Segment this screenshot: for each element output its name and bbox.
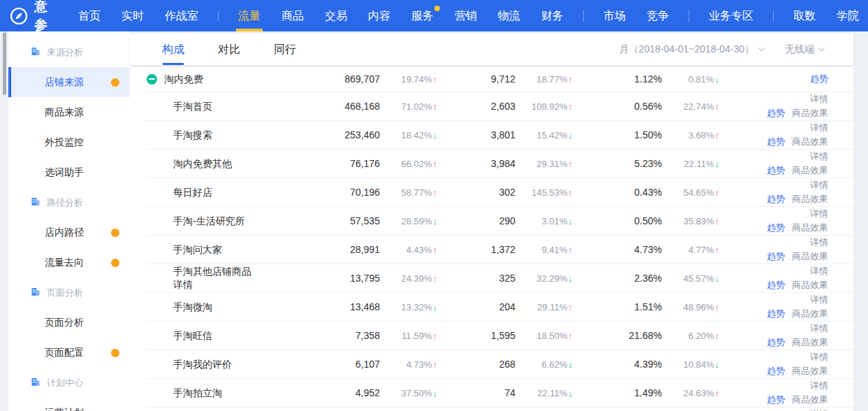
conversion-rate-value: 1.51% xyxy=(573,301,662,312)
trend-link[interactable]: 趋势 xyxy=(767,192,785,206)
sidebar-item-店铺来源[interactable]: 店铺来源 xyxy=(8,67,130,97)
table-row: 手淘其他店铺商品 详情13,79524.39%↑32532.29%↓2.36%4… xyxy=(147,264,853,293)
detail-link[interactable]: 详情 xyxy=(810,178,828,192)
sidebar-scrollbar-thumb[interactable] xyxy=(3,32,6,95)
sidebar-item-页面配置[interactable]: 页面配置 xyxy=(8,338,130,368)
trend-link[interactable]: 趋势 xyxy=(767,364,785,378)
sidebar-item-商品来源[interactable]: 商品来源 xyxy=(8,97,130,127)
brand-title[interactable]: 生意参谋 xyxy=(34,0,48,52)
trend-link[interactable]: 趋势 xyxy=(767,106,785,120)
product-effect-link[interactable]: 商品效果 xyxy=(792,192,828,206)
product-effect-link[interactable]: 商品效果 xyxy=(792,336,828,349)
product-effect-link[interactable]: 商品效果 xyxy=(792,135,828,149)
change-value: 22.11% xyxy=(537,388,567,398)
product-effect-link[interactable]: 商品效果 xyxy=(792,278,828,292)
buyers-change: 145.53%↑ xyxy=(515,187,573,198)
buyers-value: 268 xyxy=(437,359,515,370)
actions-line2: 趋势商品效果 xyxy=(767,192,828,206)
table-row: 手淘微淘13,46813.32%↓20429.11%↑1.51%48.96%↑详… xyxy=(147,293,853,322)
buyers-change: 29.31%↑ xyxy=(515,159,573,169)
sidebar-item-流量去向[interactable]: 流量去向 xyxy=(8,247,130,277)
detail-link[interactable]: 详情 xyxy=(810,236,828,250)
sidebar-item-页面分析[interactable]: 页面分析 xyxy=(8,308,130,338)
trend-link[interactable]: 趋势 xyxy=(767,278,785,292)
trend-link[interactable]: 趋势 xyxy=(810,72,828,86)
trend-link[interactable]: 趋势 xyxy=(767,250,785,264)
detail-link[interactable]: 详情 xyxy=(810,322,828,336)
conversion-rate-change: 4.77%↑ xyxy=(662,245,719,255)
row-name-label: 手淘我的评价 xyxy=(173,358,232,371)
detail-link[interactable]: 详情 xyxy=(810,207,828,221)
nav-item-财务[interactable]: 财务 xyxy=(531,0,574,31)
trend-link[interactable]: 趋势 xyxy=(767,164,785,178)
detail-link[interactable]: 详情 xyxy=(810,293,828,307)
nav-item-取数[interactable]: 取数 xyxy=(783,0,826,31)
notification-dot xyxy=(434,6,440,11)
table-row: 手淘首页468,16871.02%↑2,603109.92%↑0.56%22.7… xyxy=(147,92,853,121)
tab-同行[interactable]: 同行 xyxy=(274,34,296,65)
visitors-value: 6,107 xyxy=(313,359,380,370)
product-effect-link[interactable]: 商品效果 xyxy=(792,250,828,264)
nav-item-首页[interactable]: 首页 xyxy=(68,0,111,31)
row-name-cell: 手淘-生活研究所 xyxy=(147,215,313,228)
sidebar-item-店内路径[interactable]: 店内路径 xyxy=(8,217,130,247)
trend-link[interactable]: 趋势 xyxy=(767,393,785,407)
tab-构成[interactable]: 构成 xyxy=(162,34,184,65)
detail-link[interactable]: 详情 xyxy=(810,408,828,411)
trend-link[interactable]: 趋势 xyxy=(767,307,785,321)
detail-link[interactable]: 详情 xyxy=(810,350,828,364)
conversion-rate-value: 21.68% xyxy=(573,330,662,341)
detail-link[interactable]: 详情 xyxy=(810,121,828,135)
conversion-rate-value: 4.39% xyxy=(573,359,662,370)
row-name-label: 每日好店 xyxy=(173,186,212,199)
visitors-change: 58.77%↑ xyxy=(380,187,437,198)
nav-item-市场[interactable]: 市场 xyxy=(593,0,636,31)
trend-link[interactable]: 趋势 xyxy=(767,336,785,349)
nav-item-业务专区[interactable]: 业务专区 xyxy=(698,0,764,31)
nav-item-物流[interactable]: 物流 xyxy=(487,0,531,31)
nav-item-内容[interactable]: 内容 xyxy=(358,0,401,31)
nav-item-流量[interactable]: 流量 xyxy=(228,0,271,31)
detail-link[interactable]: 详情 xyxy=(810,150,828,164)
nav-item-营销[interactable]: 营销 xyxy=(444,0,487,31)
traffic-source-table: 淘内免费869,70719.74%↑9,71218.77%↑1.12%0.81%… xyxy=(130,66,853,411)
nav-item-商品[interactable]: 商品 xyxy=(271,0,314,31)
nav-item-实时[interactable]: 实时 xyxy=(111,0,154,31)
trend-link[interactable]: 趋势 xyxy=(767,135,785,149)
detail-link[interactable]: 详情 xyxy=(810,379,828,393)
detail-link[interactable]: 详情 xyxy=(810,264,828,278)
product-effect-link[interactable]: 商品效果 xyxy=(792,307,828,321)
sidebar-item-选词助手[interactable]: 选词助手 xyxy=(8,157,130,187)
sidebar-item-外投监控[interactable]: 外投监控 xyxy=(8,127,130,157)
product-effect-link[interactable]: 商品效果 xyxy=(792,106,828,120)
product-effect-link[interactable]: 商品效果 xyxy=(792,393,828,407)
buyers-value: 1,595 xyxy=(437,330,515,341)
top-nav: 生意参谋 首页实时作战室流量商品交易内容服务营销物流财务市场竞争业务专区取数学院 xyxy=(0,0,868,31)
visitors-value: 13,795 xyxy=(313,273,380,284)
row-actions: 趋势 xyxy=(719,72,853,86)
sidebar-scrollbar[interactable] xyxy=(0,31,8,411)
nav-item-竞争[interactable]: 竞争 xyxy=(636,0,679,31)
sidebar-group-来源分析: 来源分析 xyxy=(8,37,130,67)
product-effect-link[interactable]: 商品效果 xyxy=(792,221,828,235)
nav-item-交易[interactable]: 交易 xyxy=(314,0,358,31)
collapse-icon[interactable] xyxy=(147,74,157,85)
detail-link[interactable]: 详情 xyxy=(810,92,828,106)
row-actions: 详情趋势商品效果 xyxy=(719,178,853,206)
sidebar-item-运营计划[interactable]: 运营计划 xyxy=(8,398,130,411)
date-range-filter[interactable]: 月（2018-04-01~2018-04-30） xyxy=(619,43,764,56)
terminal-filter[interactable]: 无线端 xyxy=(785,43,824,56)
row-name-label: 淘内免费其他 xyxy=(173,157,232,171)
conversion-rate-change: 22.11%↓ xyxy=(662,159,719,169)
chevron-down-icon xyxy=(818,44,825,51)
tab-对比[interactable]: 对比 xyxy=(218,34,240,65)
product-effect-link[interactable]: 商品效果 xyxy=(792,364,828,378)
product-effect-link[interactable]: 商品效果 xyxy=(792,164,828,178)
nav-item-学院[interactable]: 学院 xyxy=(826,0,868,31)
nav-item-作战室[interactable]: 作战室 xyxy=(154,0,209,31)
trend-link[interactable]: 趋势 xyxy=(767,221,785,235)
nav-item-服务[interactable]: 服务 xyxy=(401,0,444,31)
nav-divider xyxy=(773,10,774,22)
orange-status-dot xyxy=(111,259,119,267)
buyers-value: 325 xyxy=(437,273,515,284)
